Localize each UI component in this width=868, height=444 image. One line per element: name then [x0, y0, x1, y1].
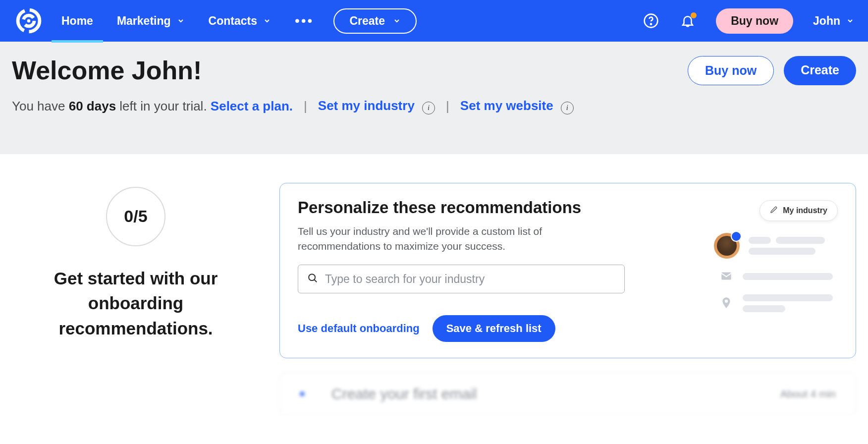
- user-name-label: John: [813, 14, 840, 28]
- info-icon[interactable]: i: [561, 102, 574, 114]
- svg-point-2: [27, 19, 31, 23]
- nav-home-label: Home: [61, 14, 93, 28]
- top-navbar: Home Marketing Contacts ••• Create: [0, 0, 868, 42]
- nav-create-label: Create: [349, 14, 385, 28]
- buy-now-label: Buy now: [731, 14, 778, 27]
- pencil-icon: [770, 206, 778, 216]
- svg-point-5: [309, 275, 315, 281]
- trial-status-text: You have 60 days left in your trial. Sel…: [12, 99, 293, 114]
- page-header: Welcome John! Buy now Create You have 60…: [0, 42, 868, 154]
- svg-point-4: [651, 24, 651, 25]
- nav-contacts-label: Contacts: [209, 14, 257, 28]
- card-description: Tell us your industry and we'll provide …: [298, 224, 575, 254]
- nav-contacts[interactable]: Contacts: [209, 0, 271, 42]
- chevron-down-icon: [177, 17, 185, 25]
- personalize-card: Personalize these recommendations Tell u…: [279, 183, 856, 359]
- location-icon: [720, 296, 734, 310]
- search-icon: [307, 273, 318, 285]
- set-industry-link[interactable]: Set my industry: [318, 98, 415, 113]
- progress-indicator: 0/5: [106, 187, 165, 246]
- avatar: [714, 233, 740, 259]
- nav-marketing-label: Marketing: [117, 14, 171, 28]
- next-item-time: About 4 min: [780, 388, 836, 400]
- nav-more-icon[interactable]: •••: [295, 13, 314, 29]
- main-content: 0/5 Get started with our onboarding reco…: [0, 154, 868, 416]
- svg-line-6: [315, 280, 317, 282]
- profile-placeholder: [714, 221, 838, 312]
- info-icon[interactable]: i: [422, 102, 435, 114]
- onboarding-heading: Get started with our onboarding recommen…: [12, 266, 260, 341]
- divider: |: [446, 99, 449, 114]
- chevron-down-icon: [846, 17, 854, 25]
- user-menu[interactable]: John: [813, 14, 854, 28]
- set-website-link[interactable]: Set my website: [460, 98, 553, 113]
- mail-icon: [720, 270, 734, 283]
- page-title: Welcome John!: [12, 56, 202, 85]
- chevron-down-icon: [263, 17, 271, 25]
- industry-search-input[interactable]: [325, 273, 615, 286]
- buy-now-button[interactable]: Buy now: [716, 8, 793, 34]
- use-default-link[interactable]: Use default onboarding: [298, 322, 420, 335]
- nav-create-button[interactable]: Create: [333, 8, 417, 34]
- header-create-button[interactable]: Create: [784, 56, 856, 85]
- app-logo[interactable]: [14, 6, 44, 36]
- divider: |: [304, 99, 307, 114]
- industry-search-field[interactable]: [298, 265, 625, 293]
- help-icon[interactable]: [643, 12, 659, 29]
- nav-marketing[interactable]: Marketing: [117, 0, 185, 42]
- card-title: Personalize these recommendations: [298, 198, 694, 217]
- nav-home[interactable]: Home: [61, 0, 93, 42]
- my-industry-pill[interactable]: My industry: [760, 200, 838, 221]
- select-plan-link[interactable]: Select a plan.: [211, 99, 293, 113]
- header-buy-now-button[interactable]: Buy now: [688, 56, 774, 85]
- chevron-down-icon: [393, 17, 401, 25]
- onboarding-side: 0/5 Get started with our onboarding reco…: [12, 183, 260, 416]
- bullet-icon: [300, 391, 305, 396]
- notifications-icon[interactable]: [679, 12, 696, 29]
- notification-dot-icon: [691, 12, 697, 18]
- next-onboarding-item[interactable]: Create your first email About 4 min: [279, 372, 856, 416]
- save-refresh-button[interactable]: Save & refresh list: [433, 315, 555, 342]
- next-item-title: Create your first email: [331, 386, 780, 402]
